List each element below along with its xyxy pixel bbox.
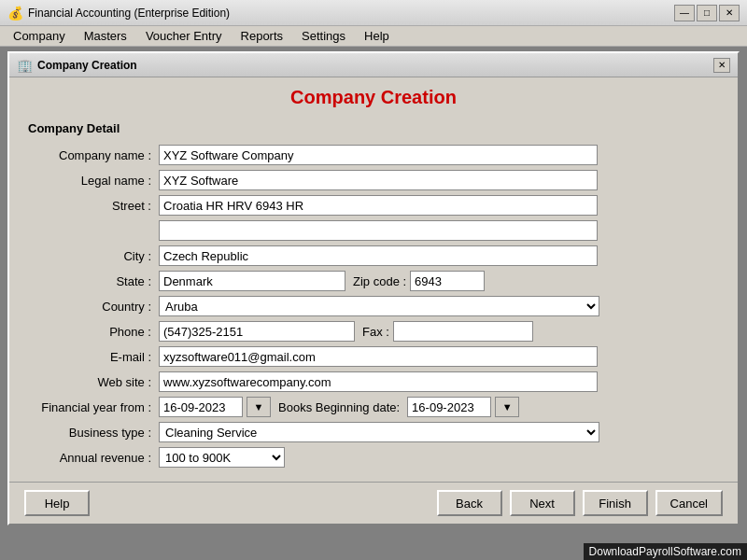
annual-revenue-row: Annual revenue : 100 to 900K 1M to 5M 5M…	[28, 447, 719, 468]
city-input[interactable]	[159, 245, 598, 266]
business-type-select[interactable]: Cleaning Service Retail Manufacturing IT…	[159, 422, 599, 442]
state-zip-row: State : Zip code :	[28, 271, 719, 291]
finish-button[interactable]: Finish	[583, 490, 648, 516]
next-button[interactable]: Next	[510, 490, 575, 516]
state-input[interactable]	[159, 271, 345, 291]
minimize-button[interactable]: —	[674, 5, 695, 21]
dialog-close-button[interactable]: ✕	[713, 58, 730, 73]
menu-bar: Company Masters Voucher Entry Reports Se…	[0, 26, 747, 47]
form-title: Company Creation	[28, 87, 719, 108]
street-row-1: Street :	[28, 195, 719, 216]
menu-settings[interactable]: Settings	[292, 27, 355, 45]
legal-name-input[interactable]	[159, 170, 598, 190]
books-beginning-label: Books Beginning date:	[278, 400, 400, 414]
menu-masters[interactable]: Masters	[75, 27, 136, 45]
company-creation-dialog: 🏢 Company Creation ✕ Company Creation Co…	[7, 51, 740, 525]
company-name-row: Company name :	[28, 145, 719, 165]
fax-group: Fax :	[362, 321, 533, 342]
website-input[interactable]	[159, 371, 598, 392]
fax-input[interactable]	[393, 321, 533, 342]
business-type-label: Business type :	[28, 426, 159, 440]
menu-company[interactable]: Company	[4, 27, 75, 45]
section-header: Company Detail	[28, 119, 719, 137]
books-date-input[interactable]	[407, 397, 491, 417]
fin-year-input[interactable]	[159, 397, 243, 417]
menu-help[interactable]: Help	[355, 27, 399, 45]
phone-input[interactable]	[159, 321, 355, 342]
phone-fax-row: Phone : Fax :	[28, 321, 719, 342]
books-date-group: ▼	[407, 397, 519, 417]
dialog-title: Company Creation	[37, 59, 713, 72]
country-label: Country :	[28, 300, 159, 314]
books-calendar-button[interactable]: ▼	[495, 397, 519, 417]
zip-group: Zip code :	[353, 271, 485, 291]
city-row: City :	[28, 245, 719, 266]
street-input-2[interactable]	[159, 220, 598, 241]
legal-name-label: Legal name :	[28, 174, 159, 188]
website-row: Web site :	[28, 371, 719, 392]
business-type-row: Business type : Cleaning Service Retail …	[28, 422, 719, 442]
country-select[interactable]: Aruba Afghanistan Albania Croatia Czech …	[159, 296, 599, 316]
app-icon: 💰	[7, 6, 22, 21]
maximize-button[interactable]: □	[697, 5, 717, 21]
city-label: City :	[28, 249, 159, 263]
menu-voucher-entry[interactable]: Voucher Entry	[136, 27, 232, 45]
fin-year-calendar-button[interactable]: ▼	[247, 397, 271, 417]
cancel-button[interactable]: Cancel	[655, 490, 723, 516]
annual-revenue-label: Annual revenue :	[28, 451, 159, 465]
fin-year-date-group: ▼	[159, 397, 271, 417]
annual-revenue-select[interactable]: 100 to 900K 1M to 5M 5M to 10M 10M+	[159, 447, 285, 468]
street-input-1[interactable]	[159, 195, 598, 216]
email-label: E-mail :	[28, 350, 159, 364]
zip-input[interactable]	[410, 271, 485, 291]
dialog-title-bar: 🏢 Company Creation ✕	[9, 53, 738, 77]
website-label: Web site :	[28, 375, 159, 389]
legal-name-row: Legal name :	[28, 170, 719, 190]
company-name-input[interactable]	[159, 145, 598, 165]
zip-label: Zip code :	[353, 274, 406, 288]
country-row: Country : Aruba Afghanistan Albania Croa…	[28, 296, 719, 316]
menu-reports[interactable]: Reports	[232, 27, 293, 45]
dialog-icon: 🏢	[17, 58, 32, 73]
help-button[interactable]: Help	[24, 490, 90, 516]
company-name-label: Company name :	[28, 148, 159, 162]
close-button[interactable]: ✕	[719, 5, 740, 21]
app-title-bar: 💰 Financial Accounting (Enterprise Editi…	[0, 0, 747, 26]
app-title: Financial Accounting (Enterprise Edition…	[28, 7, 674, 20]
email-row: E-mail :	[28, 346, 719, 367]
dialog-body: Company Creation Company Detail Company …	[9, 77, 738, 482]
email-input[interactable]	[159, 346, 598, 367]
button-bar: Help Back Next Finish Cancel	[9, 482, 738, 524]
fin-year-label: Financial year from :	[28, 400, 159, 414]
fax-label: Fax :	[362, 325, 389, 339]
window-controls: — □ ✕	[674, 5, 740, 21]
back-button[interactable]: Back	[437, 490, 502, 516]
street-label: Street :	[28, 199, 159, 213]
phone-label: Phone :	[28, 325, 159, 339]
fin-year-row: Financial year from : ▼ Books Beginning …	[28, 397, 719, 417]
state-label: State :	[28, 274, 159, 288]
street-row-2	[28, 220, 719, 241]
watermark: DownloadPayrollSoftware.com	[584, 543, 747, 560]
